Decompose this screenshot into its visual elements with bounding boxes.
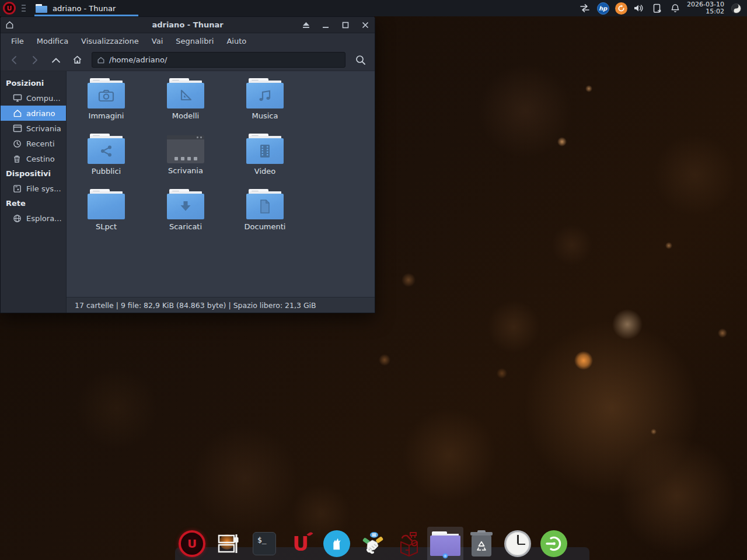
dock: U $_ U	[174, 527, 572, 560]
dock-librewolf-browser[interactable]	[319, 527, 355, 560]
sidebar-label: Recenti	[26, 139, 55, 148]
video-folder-icon	[246, 134, 284, 164]
toolbar: /home/adriano/	[1, 49, 375, 71]
dock-trash[interactable]	[463, 527, 500, 560]
folder-label: Documenti	[245, 222, 286, 231]
camera-folder-icon	[88, 78, 125, 108]
active-window-underline	[34, 15, 138, 16]
folder-musica[interactable]: Musica	[225, 78, 305, 134]
path-bar[interactable]: /home/adriano/	[92, 52, 345, 68]
folder-immagini[interactable]: Immagini	[67, 78, 146, 134]
folder-video[interactable]: Video	[225, 134, 305, 189]
sidebar-label: Esplora...	[26, 214, 62, 223]
sidebar-item-computer[interactable]: Compu...	[1, 90, 66, 106]
yin-yang-icon[interactable]	[729, 2, 742, 15]
sidebar-label: Scrivania	[26, 124, 61, 133]
close-button[interactable]	[361, 20, 370, 30]
back-button[interactable]	[4, 52, 24, 68]
folder-label: Video	[254, 167, 275, 176]
terminal-icon: $_	[253, 532, 276, 555]
folder-modelli[interactable]: Modelli	[146, 78, 225, 134]
maximize-button[interactable]	[341, 20, 350, 30]
desktop-folder-icon	[167, 135, 204, 163]
frames-app-icon	[216, 532, 240, 555]
up-button[interactable]	[46, 52, 66, 68]
titlebar[interactable]: adriano - Thunar	[1, 17, 375, 33]
sidebar: Posizioni Compu... adriano Scrivania Rec…	[1, 71, 67, 313]
distro-menu-icon[interactable]: U	[3, 2, 16, 15]
dock-file-manager[interactable]	[427, 527, 463, 560]
menu-segnalibri[interactable]: Segnalibri	[170, 35, 219, 47]
computer-icon	[13, 94, 22, 102]
shade-button[interactable]	[301, 20, 310, 30]
sidebar-item-cestino[interactable]: Cestino	[1, 151, 66, 166]
logout-power-icon	[540, 530, 567, 557]
librewolf-icon	[323, 530, 350, 557]
hp-tray-icon[interactable]: hp	[596, 2, 609, 15]
folder-label: Musica	[252, 111, 278, 120]
menu-vai[interactable]: Vai	[146, 35, 169, 47]
folder-label: Immagini	[89, 111, 124, 120]
folder-label: Scaricati	[169, 222, 202, 231]
clipboard-tray-icon[interactable]	[651, 2, 664, 15]
dock-handshake-app[interactable]	[355, 527, 391, 560]
sidebar-label: Compu...	[26, 94, 61, 103]
sidebar-item-scrivania[interactable]: Scrivania	[1, 121, 66, 136]
sidebar-label: adriano	[26, 109, 55, 118]
thunar-task-icon	[36, 4, 47, 13]
swap-arrows-icon[interactable]	[578, 2, 591, 15]
file-grid: Immagini Modelli Musica	[67, 71, 375, 297]
network-globe-icon	[13, 214, 22, 223]
trash-icon	[13, 155, 22, 163]
sidebar-item-filesystem[interactable]: File sys...	[1, 181, 66, 196]
folder-documenti[interactable]: Documenti	[225, 189, 305, 244]
window-icon	[5, 20, 15, 29]
menu-visualizzazione[interactable]: Visualizzazione	[75, 35, 145, 47]
home-button[interactable]	[67, 52, 87, 68]
folder-label: Modelli	[172, 111, 199, 120]
toolbox-icon	[396, 530, 422, 557]
notifications-bell-icon[interactable]	[669, 2, 682, 15]
sidebar-label: File sys...	[26, 184, 61, 193]
folder-scaricati[interactable]: Scaricati	[146, 189, 225, 244]
menu-file[interactable]: File	[5, 35, 30, 47]
sidebar-label: Cestino	[26, 155, 55, 163]
dock-logout[interactable]	[536, 527, 572, 560]
folder-pubblici[interactable]: Pubblici	[67, 134, 146, 189]
dock-terminal[interactable]: $_	[246, 527, 282, 560]
forward-button[interactable]	[25, 52, 45, 68]
search-button[interactable]	[350, 52, 371, 68]
dock-toolbox-app[interactable]	[391, 527, 427, 560]
sidebar-item-recenti[interactable]: Recenti	[1, 136, 66, 151]
panel-clock[interactable]: 2026-03-10 15:02	[687, 1, 724, 15]
folder-slpct[interactable]: SLpct	[67, 189, 146, 244]
dock-red-u-app[interactable]: U	[282, 527, 319, 560]
minimize-button[interactable]	[321, 20, 330, 30]
drive-icon	[13, 184, 22, 193]
menu-aiuto[interactable]: Aiuto	[221, 35, 252, 47]
documents-folder-icon	[246, 189, 284, 219]
panel-time: 15:02	[687, 8, 724, 15]
volume-icon[interactable]	[633, 2, 645, 15]
sidebar-item-esplora-rete[interactable]: Esplora...	[1, 211, 66, 226]
status-text: 17 cartelle | 9 file: 82,9 KiB (84.863 b…	[75, 301, 316, 310]
menu-modifica[interactable]: Modifica	[31, 35, 74, 47]
share-folder-icon	[88, 134, 125, 164]
dock-clock[interactable]	[500, 527, 536, 560]
dock-ufficiozero-launcher[interactable]: U	[174, 527, 210, 560]
path-text: /home/adriano/	[109, 55, 167, 64]
recycle-bin-icon	[470, 531, 493, 556]
folder-label: SLpct	[96, 222, 117, 231]
folder-scrivania[interactable]: Scrivania	[146, 134, 225, 189]
updates-tray-icon[interactable]	[615, 2, 627, 15]
file-manager-folder-icon	[430, 531, 460, 556]
sidebar-item-adriano[interactable]: adriano	[1, 106, 66, 121]
menubar: File Modifica Visualizzazione Vai Segnal…	[1, 33, 375, 49]
taskbar-window-button[interactable]: adriano - Thunar	[30, 0, 141, 16]
red-u-app-icon: U	[292, 534, 309, 554]
top-panel: U adriano - Thunar hp 2026-03-10 15:02	[0, 0, 747, 16]
taskbar-window-label: adriano - Thunar	[53, 4, 116, 13]
folder-label: Pubblici	[92, 167, 121, 176]
dock-frames-app[interactable]	[210, 527, 246, 560]
panel-handle-icon[interactable]	[22, 5, 26, 12]
